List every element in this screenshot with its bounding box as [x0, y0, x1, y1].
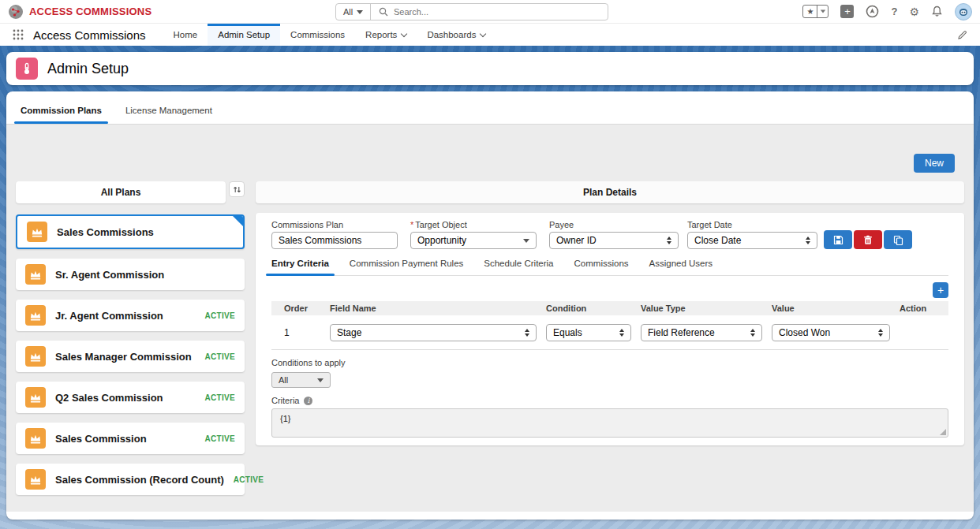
plans-list-panel: All Plans Sales Commissions	[16, 181, 245, 512]
edit-navigation-pencil-icon[interactable]	[957, 24, 967, 46]
stepper-icon	[878, 329, 883, 337]
plan-form-row: Commissions Plan Sales Commissions *Targ…	[271, 213, 948, 249]
field-name-select[interactable]: Stage	[330, 324, 537, 341]
stepper-icon	[750, 329, 755, 337]
target-object-select[interactable]: Opportunity	[410, 232, 537, 249]
plan-details-panel: Plan Details Commissions Plan Sales Comm…	[256, 181, 964, 512]
tab-commission-plans[interactable]: Commission Plans	[21, 106, 102, 124]
floppy-disk-icon	[833, 235, 843, 245]
nav-bar: Access Commissions Home Admin Setup Comm…	[0, 24, 980, 46]
criteria-textarea[interactable]: {1}	[271, 408, 948, 438]
nav-tab-dashboards[interactable]: Dashboards	[417, 24, 496, 46]
target-date-select[interactable]: Close Date	[687, 232, 817, 249]
plan-item[interactable]: Sales Commissions	[16, 214, 245, 249]
sort-arrows-icon	[233, 185, 241, 194]
admin-setup-thermometer-icon	[16, 58, 38, 80]
status-badge: ACTIVE	[205, 434, 235, 443]
plan-item[interactable]: Q2 Sales Commission ACTIVE	[16, 382, 245, 413]
tab-entry-criteria[interactable]: Entry Criteria	[271, 259, 329, 275]
conditions-to-apply-select[interactable]: All	[271, 372, 331, 388]
nav-tab-commissions[interactable]: Commissions	[280, 24, 355, 46]
criteria-section: Criteria i {1}	[271, 396, 948, 438]
value-type-select[interactable]: Field Reference	[641, 324, 762, 341]
condition-select[interactable]: Equals	[546, 324, 631, 341]
global-search[interactable]: All	[335, 3, 608, 20]
tab-license-management[interactable]: License Management	[125, 106, 212, 124]
plan-item[interactable]: Sales Manager Commission ACTIVE	[16, 341, 245, 372]
save-button[interactable]	[824, 230, 852, 249]
crown-icon	[27, 222, 47, 242]
value-select[interactable]: Closed Won	[772, 324, 890, 341]
search-input[interactable]	[394, 7, 600, 17]
user-avatar[interactable]	[955, 3, 972, 20]
crown-icon	[25, 346, 46, 367]
nav-tabs: Home Admin Setup Commissions Reports Das…	[163, 24, 496, 46]
search-scope-value: All	[343, 7, 353, 17]
clone-button[interactable]	[884, 230, 912, 249]
stepper-icon	[667, 237, 671, 244]
chevron-down-icon	[401, 30, 407, 36]
conditions-to-apply: Conditions to apply All	[271, 355, 948, 388]
crown-icon	[25, 387, 46, 408]
global-actions-icon[interactable]: +	[840, 5, 854, 18]
sort-button[interactable]	[229, 181, 245, 197]
info-icon[interactable]: i	[304, 397, 312, 405]
setup-gear-icon[interactable]: ⚙	[909, 6, 919, 17]
delete-button[interactable]	[854, 230, 882, 249]
guidance-icon[interactable]	[866, 5, 879, 18]
nav-tab-home[interactable]: Home	[163, 24, 208, 46]
plan-item[interactable]: Sr. Agent Commission	[16, 259, 245, 290]
main-tabs: Commission Plans License Management	[6, 91, 974, 125]
commissions-plan-label: Commissions Plan	[271, 220, 398, 229]
plan-item[interactable]: Sales Commission ACTIVE	[16, 423, 245, 454]
favorites-caret-icon[interactable]	[817, 6, 828, 17]
utility-bar: ACCESS COMMISSIONS All ★ + ? ⚙	[0, 0, 980, 24]
tab-commission-payment-rules[interactable]: Commission Payment Rules	[350, 259, 463, 275]
app-launcher-icon[interactable]	[13, 24, 24, 46]
target-date-label: Target Date	[687, 220, 817, 229]
star-icon[interactable]: ★	[803, 6, 817, 17]
search-icon	[379, 7, 388, 17]
search-scope-dropdown[interactable]: All	[336, 4, 371, 20]
favorites-button[interactable]: ★	[802, 5, 829, 18]
conditions-to-apply-label: Conditions to apply	[271, 358, 346, 367]
status-badge: ACTIVE	[205, 393, 235, 402]
row-order: 1	[284, 327, 330, 338]
status-badge: ACTIVE	[205, 311, 235, 320]
payee-label: Payee	[549, 220, 679, 229]
copy-icon	[893, 235, 903, 245]
new-button[interactable]: New	[914, 154, 955, 173]
plan-item[interactable]: Sales Commission (Record Count) ACTIVE	[16, 464, 245, 495]
crown-icon	[25, 264, 46, 285]
help-icon[interactable]: ?	[891, 6, 897, 17]
required-asterisk: *	[410, 220, 413, 229]
crown-icon	[25, 305, 46, 326]
stepper-icon	[619, 329, 624, 337]
nav-tab-reports[interactable]: Reports	[355, 24, 417, 46]
tab-schedule-criteria[interactable]: Schedule Criteria	[484, 259, 553, 275]
add-criteria-row-button[interactable]: +	[933, 282, 948, 298]
tab-assigned-users[interactable]: Assigned Users	[649, 259, 713, 275]
brand-logo: ACCESS COMMISSIONS	[8, 4, 151, 20]
plan-item[interactable]: Jr. Agent Commission ACTIVE	[16, 300, 245, 331]
crown-icon	[25, 469, 46, 490]
commissions-plan-input[interactable]: Sales Commissions	[271, 232, 398, 249]
utility-icons: ★ + ? ⚙	[802, 3, 972, 20]
workspace: New All Plans	[6, 125, 974, 512]
criteria-label: Criteria	[271, 396, 299, 405]
brand-text: ACCESS COMMISSIONS	[29, 6, 151, 17]
nav-tab-admin-setup[interactable]: Admin Setup	[208, 24, 280, 46]
target-object-label: *Target Object	[410, 220, 537, 229]
chevron-down-icon	[480, 30, 486, 36]
notifications-bell-icon[interactable]	[931, 6, 943, 17]
plan-items: Sales Commissions Sr. Agent Commission J…	[16, 214, 245, 495]
payee-select[interactable]: Owner ID	[549, 232, 679, 249]
page-title: Admin Setup	[47, 61, 129, 77]
criteria-table-row: 1 Stage Equals Field Reference	[271, 315, 948, 350]
app-name: Access Commissions	[33, 24, 146, 46]
page-header: Admin Setup	[6, 52, 974, 85]
crown-icon	[25, 428, 46, 449]
plan-sub-tabs: Entry Criteria Commission Payment Rules …	[271, 259, 948, 276]
tab-commissions[interactable]: Commissions	[574, 259, 629, 275]
chevron-down-icon	[317, 378, 324, 382]
